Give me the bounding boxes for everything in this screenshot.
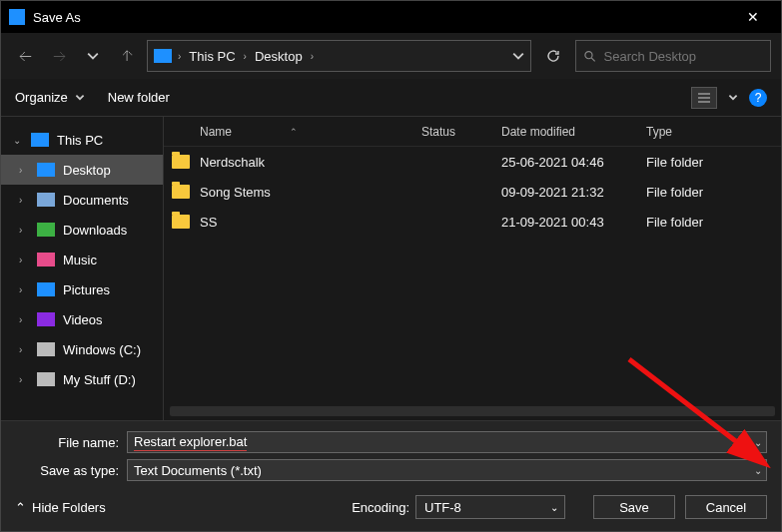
new-folder-button[interactable]: New folder — [108, 90, 170, 105]
sidebar-item-label: Videos — [63, 312, 103, 327]
search-box[interactable] — [575, 40, 771, 72]
nav-row: 🡠 🡢 🡡 › This PC › Desktop › — [1, 33, 781, 79]
pc-icon — [154, 49, 172, 63]
sidebar-item-label: Desktop — [63, 163, 111, 178]
file-type: File folder — [638, 155, 777, 170]
chevron-down-icon[interactable]: ⌄ — [13, 135, 23, 146]
column-header-status[interactable]: Status — [413, 125, 493, 139]
cancel-button[interactable]: Cancel — [685, 495, 767, 519]
sidebar-item-music[interactable]: ›Music — [1, 245, 163, 274]
svg-point-0 — [585, 51, 592, 58]
chevron-right-icon: › — [178, 51, 181, 62]
address-bar[interactable]: › This PC › Desktop › — [147, 40, 531, 72]
help-button[interactable]: ? — [749, 89, 767, 107]
file-date: 25-06-2021 04:46 — [493, 155, 638, 170]
refresh-button[interactable] — [537, 40, 569, 72]
filename-input[interactable]: Restart explorer.bat ⌄ — [127, 431, 767, 453]
folder-icon — [172, 185, 190, 199]
sidebar-item-label: This PC — [57, 133, 103, 148]
chevron-right-icon[interactable]: › — [19, 225, 29, 236]
main-area: ⌄ This PC ›Desktop›Documents›Downloads›M… — [1, 117, 781, 420]
breadcrumb-thispc[interactable]: This PC — [187, 49, 237, 64]
horizontal-scrollbar[interactable] — [170, 406, 775, 416]
chevron-down-icon — [74, 92, 86, 104]
chevron-down-icon: ⌄ — [550, 502, 558, 513]
sort-indicator-icon: ⌃ — [290, 127, 298, 137]
titlebar: Save As ✕ — [1, 1, 781, 33]
chevron-up-icon: ⌃ — [15, 500, 26, 515]
forward-button[interactable]: 🡢 — [45, 42, 73, 70]
column-header-date[interactable]: Date modified — [493, 125, 638, 139]
file-row[interactable]: Nerdschalk25-06-2021 04:46File folder — [164, 147, 777, 177]
folder-type-icon — [37, 372, 55, 386]
bottom-panel: File name: Restart explorer.bat ⌄ Save a… — [1, 420, 781, 531]
sidebar-item-pictures[interactable]: ›Pictures — [1, 274, 163, 304]
sidebar-item-documents[interactable]: ›Documents — [1, 185, 163, 215]
file-type: File folder — [638, 185, 777, 200]
sidebar-item-thispc[interactable]: ⌄ This PC — [1, 125, 163, 155]
file-row[interactable]: SS21-09-2021 00:43File folder — [164, 207, 777, 237]
chevron-right-icon[interactable]: › — [19, 284, 29, 295]
encoding-select[interactable]: UTF-8 ⌄ — [415, 495, 565, 519]
chevron-right-icon: › — [244, 51, 247, 62]
close-button[interactable]: ✕ — [733, 9, 773, 25]
file-list[interactable]: Nerdschalk25-06-2021 04:46File folderSon… — [164, 147, 781, 406]
chevron-down-icon — [87, 50, 99, 62]
save-button[interactable]: Save — [593, 495, 675, 519]
search-icon — [584, 50, 596, 63]
sidebar-item-label: Documents — [63, 193, 129, 208]
organize-menu[interactable]: Organize — [15, 90, 86, 105]
chevron-down-icon[interactable]: ⌄ — [754, 437, 762, 448]
file-name: SS — [200, 215, 217, 230]
sidebar-item-label: Windows (C:) — [63, 342, 141, 357]
saveastype-select[interactable]: Text Documents (*.txt) ⌄ — [127, 459, 767, 481]
up-button[interactable]: 🡡 — [113, 42, 141, 70]
list-view-icon — [697, 92, 711, 104]
chevron-right-icon[interactable]: › — [19, 314, 29, 325]
sidebar-item-downloads[interactable]: ›Downloads — [1, 215, 163, 245]
file-list-area: Name ⌃ Status Date modified Type Nerdsch… — [163, 117, 781, 420]
hide-folders-button[interactable]: ⌃ Hide Folders — [15, 500, 106, 515]
sidebar-item-desktop[interactable]: ›Desktop — [1, 155, 163, 185]
view-options-button[interactable] — [691, 87, 717, 109]
folder-type-icon — [37, 193, 55, 207]
chevron-right-icon[interactable]: › — [19, 195, 29, 206]
breadcrumb-desktop[interactable]: Desktop — [253, 49, 305, 64]
column-header-name[interactable]: Name ⌃ — [164, 125, 413, 139]
sidebar-item-videos[interactable]: ›Videos — [1, 304, 163, 334]
sidebar-item-label: Music — [63, 253, 97, 267]
chevron-right-icon[interactable]: › — [19, 165, 29, 176]
folder-type-icon — [37, 223, 55, 237]
search-input[interactable] — [604, 49, 762, 64]
back-button[interactable]: 🡠 — [11, 42, 39, 70]
column-header-type[interactable]: Type — [638, 125, 781, 139]
sidebar-item-label: My Stuff (D:) — [63, 372, 136, 387]
chevron-down-icon[interactable]: ⌄ — [754, 465, 762, 476]
recent-locations-button[interactable] — [79, 42, 107, 70]
file-row[interactable]: Song Stems09-09-2021 21:32File folder — [164, 177, 777, 207]
organize-label: Organize — [15, 90, 68, 105]
window-title: Save As — [33, 10, 733, 25]
folder-type-icon — [37, 312, 55, 326]
chevron-down-icon[interactable] — [512, 50, 524, 62]
folder-type-icon — [37, 163, 55, 177]
pc-icon — [31, 133, 49, 147]
column-header-row: Name ⌃ Status Date modified Type — [164, 117, 781, 147]
chevron-down-icon[interactable] — [727, 92, 739, 104]
saveastype-label: Save as type: — [15, 463, 127, 478]
save-as-dialog: Save As ✕ 🡠 🡢 🡡 › This PC › Desktop › — [0, 0, 782, 532]
svg-line-1 — [591, 57, 595, 61]
folder-type-icon — [37, 253, 55, 266]
refresh-icon — [546, 49, 560, 63]
file-name: Nerdschalk — [200, 155, 265, 170]
folder-icon — [172, 155, 190, 169]
chevron-right-icon[interactable]: › — [19, 374, 29, 385]
sidebar-item-my-stuff-d-[interactable]: ›My Stuff (D:) — [1, 364, 163, 394]
chevron-right-icon[interactable]: › — [19, 344, 29, 355]
app-icon — [9, 9, 25, 25]
chevron-right-icon[interactable]: › — [19, 255, 29, 266]
sidebar-item-windows-c-[interactable]: ›Windows (C:) — [1, 334, 163, 364]
sidebar-item-label: Pictures — [63, 282, 110, 297]
sidebar-item-label: Downloads — [63, 223, 127, 238]
toolbar: Organize New folder ? — [1, 79, 781, 117]
